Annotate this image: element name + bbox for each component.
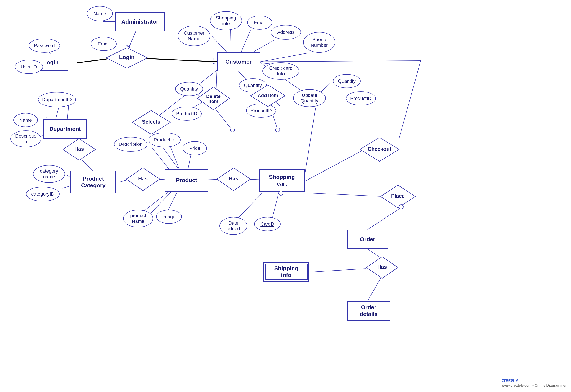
attr-admin-email: Email xyxy=(91,37,117,51)
entity-department: Department xyxy=(43,119,87,139)
diagram-container: Administrator Login Login Customer Depar… xyxy=(0,0,571,392)
svg-line-2 xyxy=(77,58,111,63)
svg-text:Login: Login xyxy=(119,54,135,60)
attr-cat-name: category name xyxy=(33,165,65,183)
attr-credit-card: Credit card Info xyxy=(262,62,299,80)
svg-point-86 xyxy=(230,128,235,132)
svg-line-17 xyxy=(55,108,59,120)
attr-dept-name: Name xyxy=(14,113,38,127)
attr-address: Address xyxy=(271,25,301,40)
attr-customer-name: Customer Name xyxy=(178,26,210,46)
svg-text:Selects: Selects xyxy=(142,119,160,125)
watermark: creately www.creately.com • Online Diagr… xyxy=(502,378,567,388)
attr-user-id: User ID xyxy=(15,60,43,74)
attr-shopping-info: Shopping info xyxy=(210,11,242,30)
circle-cart-bottom xyxy=(278,191,284,196)
circle-place-order xyxy=(399,204,404,210)
attr-cat-id: categoryID xyxy=(26,187,60,201)
attr-customer-email: Email xyxy=(247,15,272,30)
circle-delete-cart xyxy=(230,127,235,133)
svg-text:Add item: Add item xyxy=(258,93,278,98)
relationship-add-item: Add item xyxy=(251,85,571,392)
attr-admin-name: Name xyxy=(87,6,113,21)
svg-text:Has: Has xyxy=(74,146,84,152)
svg-point-89 xyxy=(279,191,283,195)
svg-text:item: item xyxy=(208,99,218,104)
attr-password: Password xyxy=(29,39,60,53)
attr-phone-number: Phone Number xyxy=(303,32,335,53)
entity-customer: Customer xyxy=(217,52,260,71)
svg-text:Has: Has xyxy=(138,176,148,182)
svg-point-88 xyxy=(275,128,280,132)
attr-dept-id: DepartmentID xyxy=(38,92,76,107)
attr-dept-desc: Descriptio n xyxy=(10,130,41,147)
entity-administrator: Administrator xyxy=(115,12,165,31)
svg-text:Delete: Delete xyxy=(206,94,221,99)
circle-add-cart xyxy=(275,127,280,133)
svg-point-87 xyxy=(399,205,403,209)
